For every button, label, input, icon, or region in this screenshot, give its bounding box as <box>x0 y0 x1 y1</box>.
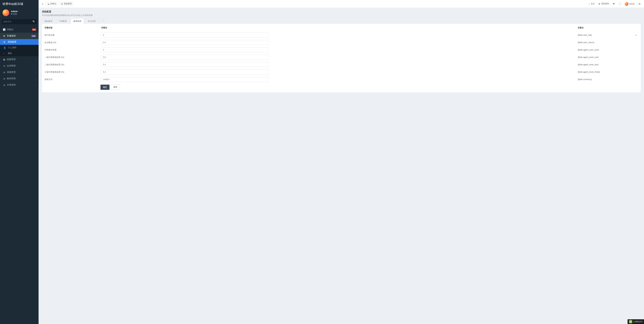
badge: hot <box>32 29 36 31</box>
topbar-tab-0[interactable]: ☁控制台 <box>46 2 58 6</box>
row-varname: {$site.agent_user_num} <box>578 49 639 51</box>
page-title: 系统配置 <box>42 10 641 13</box>
sidebar-subitem-1-1[interactable]: 👤个人资料 <box>0 45 38 51</box>
table-row: 一级代理返佣设置 (%){$site.agent_level_one} <box>42 54 640 61</box>
row-varname: {$site.user_return} <box>578 41 639 44</box>
search-input[interactable] <box>2 19 37 24</box>
sidebar-item-label: 权限管理 <box>7 58 16 61</box>
lang-icon[interactable]: ⚑ <box>612 2 616 6</box>
topbar-tab-1[interactable]: ⚙系统配置 <box>59 2 74 6</box>
tab-label: 控制台 <box>50 2 56 5</box>
page-tab-0[interactable]: 基础配置 <box>42 19 55 24</box>
add-tab-button[interactable]: + <box>100 19 106 24</box>
tab-icon: ☁ <box>48 3 50 5</box>
sidebar-item-0[interactable]: 📊控制台hot <box>0 26 38 33</box>
table-row: 用户投注量{$site.user_bet}✕ <box>42 32 640 39</box>
menu-icon: ▦ <box>2 58 6 61</box>
menu-icon: ≣ <box>2 77 6 80</box>
home-link[interactable]: ⌂ 主页 <box>588 2 596 5</box>
chevron-left-icon: ‹ <box>36 65 36 67</box>
row-title: 用户投注量 <box>44 34 54 36</box>
table-row: 游戏方式{$site.currency} <box>42 76 640 83</box>
table-row: 三级代理返佣设置 (%){$site.agent_level_three} <box>42 69 640 76</box>
sidebar-item-label: 控制台 <box>7 28 14 31</box>
chevron-left-icon: ‹ <box>36 71 36 73</box>
sidebar-item-label: 账单管理 <box>7 77 16 80</box>
close-icon[interactable]: ✕ <box>635 34 637 37</box>
table-row: 二级代理返佣设置 (%){$site.agent_level_two} <box>42 61 640 68</box>
menu-icon: ⚙ <box>2 35 6 37</box>
badge: new <box>31 35 36 37</box>
submit-button[interactable]: 确定 <box>100 85 110 90</box>
leaf-icon: ❂ <box>629 320 632 323</box>
row-title: 游戏方式 <box>44 78 52 81</box>
row-value-input[interactable] <box>101 47 269 52</box>
sidebar-item-2[interactable]: ▦权限管理‹ <box>0 56 38 63</box>
reset-button[interactable]: 重置 <box>111 85 120 90</box>
perf-timer: ❂ 1.033117s <box>628 319 644 324</box>
search-icon[interactable]: 🔍 <box>32 20 35 23</box>
user-name: Admin <box>11 10 18 13</box>
row-varname: {$site.agent_level_two} <box>578 64 639 66</box>
menu-icon: ≣ <box>2 84 6 86</box>
row-title: 三级代理返佣设置 (%) <box>44 71 64 73</box>
row-value-input[interactable] <box>101 55 269 60</box>
row-title: 代理条件设置 <box>44 49 56 51</box>
sidebar-subitem-label: 通告 <box>8 52 12 55</box>
page-tab-1[interactable]: 字典配置 <box>56 19 70 24</box>
sidebar-subitem-1-0[interactable]: ⚙系统配置 <box>0 39 38 45</box>
sidebar-item-4[interactable]: ≣游戏管理‹ <box>0 69 38 75</box>
menu-icon: ≣ <box>2 71 6 74</box>
col-varname: 变量名 <box>576 24 640 31</box>
row-title: 一级代理返佣设置 (%) <box>44 56 64 59</box>
row-value-input[interactable] <box>101 62 269 67</box>
sidebar-item-5[interactable]: ≣账单管理‹ <box>0 75 38 82</box>
sidebar-item-label: 游戏管理 <box>7 71 16 74</box>
menu-icon: ○ <box>3 52 7 55</box>
chevron-left-icon: ‹ <box>36 78 36 80</box>
tab-icon: ⚙ <box>61 3 63 5</box>
user-panel: Admin 在线 <box>0 8 38 18</box>
table-row: 代理条件设置{$site.agent_user_num} <box>42 46 640 53</box>
row-varname: {$site.agent_level_three} <box>578 71 639 73</box>
chevron-left-icon: ‹ <box>36 84 36 86</box>
menu-icon: 👤 <box>3 47 7 49</box>
row-value-input[interactable] <box>101 77 269 82</box>
row-varname: {$site.agent_level_one} <box>578 56 639 59</box>
page-subtitle: 可以在此增改系统的变量和分组,也可以自定义分组和变量 <box>42 14 641 17</box>
row-value-input[interactable] <box>101 33 269 38</box>
fullscreen-icon[interactable]: ⛶ <box>617 2 622 6</box>
col-value: 变量值 <box>100 24 576 31</box>
settings-icon[interactable]: ⚙ <box>637 2 642 6</box>
sidebar-subitem-label: 系统配置 <box>8 41 16 44</box>
top-user[interactable]: Admin <box>623 2 636 6</box>
page-tab-2[interactable]: 返佣设置 <box>71 19 84 24</box>
menu-icon: 📊 <box>2 28 6 31</box>
row-title: 反水数值 (%) <box>44 41 56 44</box>
row-varname: {$site.user_bet}✕ <box>578 34 639 36</box>
page-tab-3[interactable]: 支付设置 <box>85 19 98 24</box>
sidebar-subitem-label: 个人资料 <box>8 46 16 49</box>
brand-title: 哈希8vip娱乐城 <box>0 0 38 8</box>
menu-icon: ◷ <box>2 65 6 67</box>
menu-icon: ⚙ <box>3 41 7 43</box>
sidebar-item-label: 会员管理 <box>7 64 16 67</box>
row-title: 二级代理返佣设置 (%) <box>44 64 64 66</box>
avatar <box>2 10 9 16</box>
table-row: 反水数值 (%){$site.user_return} <box>42 39 640 46</box>
sidebar-item-1[interactable]: ⚙常规管理new <box>0 33 38 39</box>
menu-toggle-button[interactable]: ≡ <box>40 2 44 6</box>
tab-label: 系统配置 <box>64 2 72 5</box>
sidebar-subitem-1-2[interactable]: ○通告 <box>0 51 38 56</box>
sidebar-item-6[interactable]: ≣文章管理‹ <box>0 82 38 88</box>
sidebar-item-label: 常规管理 <box>7 35 16 38</box>
chevron-left-icon: ‹ <box>36 59 36 61</box>
sidebar-item-3[interactable]: ◷会员管理‹ <box>0 63 38 69</box>
sidebar-item-label: 文章管理 <box>7 83 16 87</box>
row-value-input[interactable] <box>101 40 269 45</box>
user-status: 在线 <box>11 13 18 16</box>
row-value-input[interactable] <box>101 70 269 75</box>
clear-cache-link[interactable]: 🗑 清除缓存 <box>597 2 610 5</box>
col-title: 变量标题 <box>42 24 100 31</box>
row-varname: {$site.currency} <box>578 78 639 81</box>
